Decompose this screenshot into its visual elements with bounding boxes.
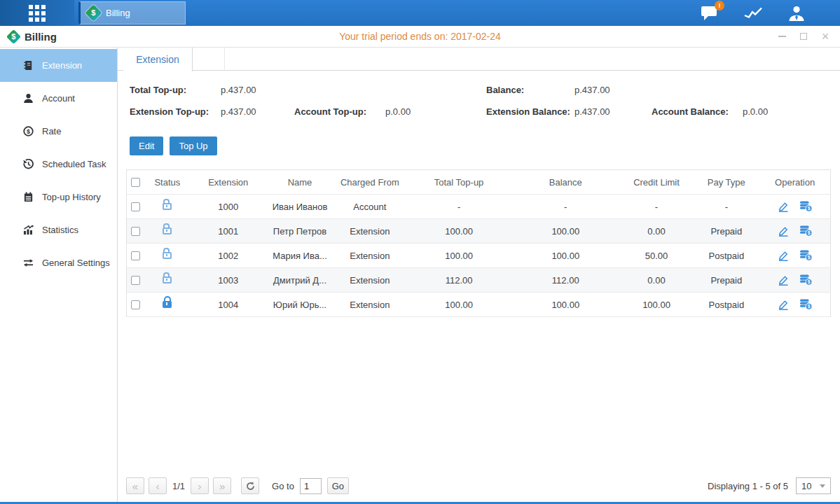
notepad-icon [22, 192, 34, 202]
table-row[interactable]: 1000 Иван Иванов Account - - - - [127, 195, 830, 219]
cell-extension: 1004 [190, 293, 267, 316]
person-icon [22, 93, 34, 104]
tab-extension[interactable]: Extension [123, 48, 193, 71]
next-page-button[interactable]: › [191, 477, 209, 494]
header-pay-type[interactable]: Pay Type [693, 170, 759, 194]
close-button[interactable]: × [820, 31, 830, 41]
cell-credit-limit: 50.00 [620, 244, 694, 267]
last-page-button[interactable]: » [213, 477, 231, 494]
header-name[interactable]: Name [267, 170, 333, 194]
edit-extension-button[interactable] [778, 300, 789, 310]
table-row[interactable]: 1002 Мария Ива... Extension 100.00 100.0… [127, 244, 830, 268]
pagination-toolbar: « ‹ 1/1 › » Go to Go Displaying 1 - 5 of… [126, 475, 831, 496]
monitor-button[interactable] [744, 6, 763, 21]
cell-charged-from: Extension [333, 268, 406, 292]
cell-total-topup: 100.00 [406, 293, 511, 316]
closed-lock-icon[interactable] [163, 301, 172, 308]
sidebar-item-scheduled-task[interactable]: Scheduled Task [0, 148, 117, 181]
sliders-arrows-icon [22, 258, 34, 268]
goto-page-input[interactable] [300, 478, 322, 494]
header-credit-limit[interactable]: Credit Limit [620, 170, 694, 194]
tab-strip-divider [224, 48, 225, 71]
row-checkbox[interactable] [131, 300, 140, 309]
top-up-button[interactable]: Top Up [170, 136, 216, 155]
svg-text:$: $ [807, 255, 810, 260]
open-lock-icon[interactable] [163, 227, 172, 234]
top-up-extension-button[interactable]: $ [799, 250, 813, 261]
cell-credit-limit: 0.00 [620, 219, 694, 243]
header-operation: Operation [759, 170, 830, 194]
taskbar-tab-billing[interactable]: $ Billing [78, 1, 186, 24]
row-checkbox[interactable] [131, 276, 140, 285]
pencil-icon [778, 226, 789, 237]
pencil-icon [778, 300, 789, 310]
taskbar-tab-label: Billing [106, 8, 130, 18]
cell-charged-from: Extension [333, 219, 406, 243]
sidebar-item-account[interactable]: Account [0, 82, 117, 115]
displaying-text: Displaying 1 - 5 of 5 [708, 481, 788, 491]
account-balance-value: p.0.00 [743, 106, 768, 117]
notification-badge: ! [715, 1, 724, 10]
dollar-diamond-icon: $ [85, 4, 102, 21]
cell-balance: 100.00 [511, 219, 620, 243]
top-up-extension-button[interactable]: $ [799, 274, 813, 286]
header-status[interactable]: Status [145, 170, 190, 194]
header-total-topup[interactable]: Total Top-up [406, 170, 511, 194]
account-balance-label: Account Balance: [652, 106, 729, 117]
go-button[interactable]: Go [327, 477, 349, 494]
first-page-button[interactable]: « [126, 477, 144, 494]
maximize-button[interactable] [799, 31, 808, 41]
top-up-extension-button[interactable]: $ [799, 225, 813, 237]
app-launcher-button[interactable] [0, 0, 74, 26]
sidebar-item-statistics[interactable]: Statistics [0, 214, 117, 246]
pagination-right: Displaying 1 - 5 of 5 10 [708, 477, 831, 494]
pencil-icon [778, 202, 789, 212]
sidebar-item-extension[interactable]: Extension [0, 49, 117, 82]
extension-topup-value: p.437.00 [221, 106, 256, 117]
window-title: Billing [25, 31, 57, 43]
refresh-button[interactable] [241, 477, 259, 494]
edit-extension-button[interactable] [778, 251, 789, 261]
row-checkbox[interactable] [131, 251, 140, 260]
header-extension[interactable]: Extension [190, 170, 267, 194]
window-titlebar: $ Billing Your trial period ends on: 201… [0, 26, 840, 48]
cell-pay-type: Postpaid [693, 244, 759, 267]
open-lock-icon[interactable] [163, 203, 172, 210]
dollar-circle-icon: $ [22, 126, 34, 136]
sidebar-item-general-settings[interactable]: General Settings [0, 246, 117, 279]
row-checkbox[interactable] [131, 227, 140, 236]
top-up-extension-button[interactable]: $ [799, 299, 813, 310]
minimize-button[interactable] [777, 31, 787, 41]
page-size-select[interactable]: 10 [796, 477, 831, 494]
sidebar-item-label: Extension [42, 60, 82, 71]
edit-extension-button[interactable] [778, 275, 789, 286]
sidebar-item-rate[interactable]: $ Rate [0, 115, 117, 148]
cell-name: Мария Ива... [267, 244, 333, 267]
user-account-button[interactable] [788, 5, 805, 22]
header-charged-from[interactable]: Charged From [333, 170, 406, 194]
cell-balance: - [511, 195, 620, 218]
open-lock-icon[interactable] [163, 276, 172, 284]
cell-total-topup: 100.00 [406, 219, 511, 243]
coins-dollar-icon: $ [799, 225, 813, 237]
open-lock-icon[interactable] [163, 252, 172, 259]
top-up-extension-button[interactable]: $ [799, 201, 813, 212]
cell-pay-type: - [693, 195, 759, 218]
row-checkbox[interactable] [131, 202, 140, 211]
extension-book-icon [22, 60, 34, 71]
edit-extension-button[interactable] [778, 202, 789, 212]
cell-extension: 1002 [190, 244, 267, 267]
trial-notice: Your trial period ends on: 2017-02-24 [0, 31, 840, 42]
header-balance[interactable]: Balance [511, 170, 620, 194]
edit-button[interactable]: Edit [130, 136, 163, 155]
prev-page-button[interactable]: ‹ [149, 477, 167, 494]
table-row[interactable]: 1001 Петр Петров Extension 100.00 100.00… [127, 219, 830, 244]
select-all-checkbox[interactable] [131, 178, 140, 187]
table-row[interactable]: 1003 Дмитрий Д... Extension 112.00 112.0… [127, 268, 830, 293]
notifications-button[interactable]: ! [701, 5, 719, 21]
cell-name: Юрий Юрь... [267, 293, 333, 316]
edit-extension-button[interactable] [778, 226, 789, 237]
svg-text:$: $ [807, 304, 810, 309]
table-row[interactable]: 1004 Юрий Юрь... Extension 100.00 100.00… [127, 293, 830, 317]
sidebar-item-topup-history[interactable]: Top-up History [0, 181, 117, 214]
